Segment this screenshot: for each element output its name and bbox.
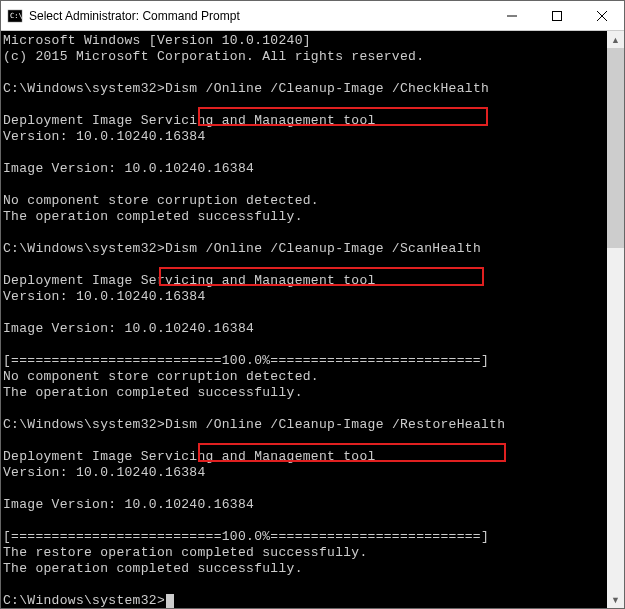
maximize-button[interactable] (534, 1, 579, 30)
scroll-down-arrow[interactable]: ▼ (607, 591, 624, 608)
svg-text:C:\: C:\ (10, 12, 23, 20)
close-button[interactable] (579, 1, 624, 30)
cmd-icon: C:\ (7, 8, 23, 24)
window-title: Select Administrator: Command Prompt (29, 9, 489, 23)
command-prompt-window: C:\ Select Administrator: Command Prompt… (0, 0, 625, 609)
scroll-track[interactable] (607, 48, 624, 591)
vertical-scrollbar[interactable]: ▲ ▼ (607, 31, 624, 608)
scroll-thumb[interactable] (607, 48, 624, 248)
window-controls (489, 1, 624, 30)
minimize-button[interactable] (489, 1, 534, 30)
scroll-up-arrow[interactable]: ▲ (607, 31, 624, 48)
cursor (166, 594, 174, 608)
console-area[interactable]: Microsoft Windows [Version 10.0.10240] (… (1, 31, 624, 608)
svg-rect-3 (552, 11, 561, 20)
titlebar[interactable]: C:\ Select Administrator: Command Prompt (1, 1, 624, 31)
console-output: Microsoft Windows [Version 10.0.10240] (… (1, 31, 624, 608)
